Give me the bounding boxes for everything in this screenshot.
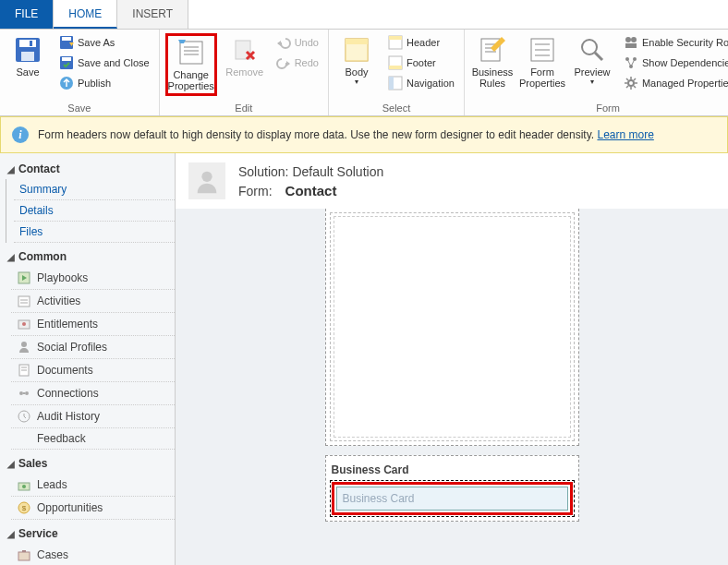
sidebar-header-service[interactable]: ◢Service bbox=[0, 523, 175, 544]
group-label-edit: Edit bbox=[165, 101, 322, 115]
publish-button[interactable]: Publish bbox=[55, 74, 153, 92]
body-icon bbox=[342, 35, 371, 65]
svg-rect-26 bbox=[389, 77, 394, 90]
managed-properties-button[interactable]: Managed Properties bbox=[620, 74, 728, 92]
sidebar-header-sales[interactable]: ◢Sales bbox=[0, 453, 175, 474]
form-section-business-card[interactable]: Business Card Business Card bbox=[325, 455, 579, 522]
main-area: ◢Contact Summary Details Files ◢Common P… bbox=[0, 153, 728, 565]
group-form: Business Rules Form Properties Preview ▾… bbox=[465, 30, 728, 115]
change-properties-button[interactable]: Change Properties bbox=[165, 33, 217, 96]
form-label: Form: bbox=[238, 184, 273, 198]
content: Solution: Default Solution Form:Contact … bbox=[176, 153, 728, 565]
learn-more-link[interactable]: Learn more bbox=[597, 128, 653, 141]
solution-header: Solution: Default Solution Form:Contact bbox=[176, 153, 728, 209]
sidebar-item-cases[interactable]: Cases bbox=[11, 544, 175, 565]
navigation-button[interactable]: Navigation bbox=[384, 74, 458, 92]
sidebar-header-contact[interactable]: ◢Contact bbox=[0, 159, 175, 179]
sidebar-item-files[interactable]: Files bbox=[14, 222, 175, 243]
header-button[interactable]: Header bbox=[384, 33, 458, 52]
svg-rect-19 bbox=[346, 39, 368, 44]
sidebar: ◢Contact Summary Details Files ◢Common P… bbox=[0, 153, 176, 565]
sidebar-item-connections[interactable]: Connections bbox=[11, 382, 175, 405]
business-card-field[interactable]: Business Card bbox=[336, 487, 568, 511]
group-edit: Change Properties Remove Undo Redo Edit bbox=[160, 30, 329, 115]
playbooks-icon bbox=[17, 270, 31, 285]
sidebar-header-common[interactable]: ◢Common bbox=[0, 246, 175, 267]
sidebar-item-entitlements[interactable]: Entitlements bbox=[11, 313, 175, 336]
caret-icon: ◢ bbox=[7, 164, 15, 174]
svg-line-34 bbox=[595, 53, 602, 60]
properties-icon bbox=[176, 38, 206, 67]
svg-rect-46 bbox=[18, 296, 30, 307]
sidebar-item-feedback[interactable]: Feedback bbox=[11, 428, 175, 450]
body-button[interactable]: Body ▾ bbox=[334, 33, 379, 88]
sidebar-item-social-profiles[interactable]: Social Profiles bbox=[11, 336, 175, 359]
solution-value: Default Solution bbox=[292, 164, 383, 179]
sidebar-item-leads[interactable]: Leads bbox=[11, 474, 175, 497]
sidebar-item-audit-history[interactable]: Audit History bbox=[11, 405, 175, 428]
svg-point-51 bbox=[21, 342, 27, 347]
svg-point-65 bbox=[201, 172, 212, 182]
sidebar-item-activities[interactable]: Activities bbox=[11, 290, 175, 313]
remove-icon bbox=[230, 35, 260, 65]
caret-icon: ◢ bbox=[7, 529, 15, 539]
save-close-icon bbox=[59, 55, 74, 70]
cases-icon bbox=[17, 547, 31, 562]
save-as-icon bbox=[59, 35, 74, 50]
svg-rect-1 bbox=[19, 40, 36, 47]
svg-marker-17 bbox=[286, 61, 290, 66]
svg-text:$: $ bbox=[22, 504, 27, 512]
group-save: Save Save As Save and Close Publish Save bbox=[0, 30, 160, 115]
documents-icon bbox=[17, 363, 31, 378]
form-designer[interactable]: Business Card Business Card bbox=[176, 209, 728, 565]
svg-rect-5 bbox=[62, 37, 71, 41]
activities-icon bbox=[17, 294, 31, 308]
sidebar-item-opportunities[interactable]: $Opportunities bbox=[11, 497, 175, 520]
form-properties-button[interactable]: Form Properties bbox=[520, 33, 564, 90]
svg-rect-63 bbox=[18, 552, 30, 560]
svg-rect-8 bbox=[62, 57, 71, 61]
preview-button[interactable]: Preview ▾ bbox=[570, 33, 614, 88]
enable-security-roles-button[interactable]: Enable Security Roles bbox=[620, 33, 728, 52]
group-label-form: Form bbox=[470, 101, 728, 115]
sidebar-item-documents[interactable]: Documents bbox=[11, 359, 175, 382]
info-icon: i bbox=[12, 126, 29, 143]
footer-button[interactable]: Footer bbox=[384, 54, 458, 72]
sidebar-section-sales: ◢Sales Leads $Opportunities bbox=[0, 453, 175, 520]
connections-icon bbox=[17, 386, 31, 401]
group-select: Body ▾ Header Footer Navigation Select bbox=[329, 30, 465, 115]
svg-rect-20 bbox=[346, 44, 368, 61]
form-section-empty[interactable] bbox=[325, 209, 579, 446]
save-button[interactable]: Save bbox=[6, 33, 50, 79]
tab-home[interactable]: HOME bbox=[54, 0, 117, 29]
navigation-icon bbox=[388, 76, 403, 90]
save-and-close-button[interactable]: Save and Close bbox=[55, 54, 153, 72]
preview-icon bbox=[577, 35, 607, 65]
undo-icon bbox=[276, 35, 291, 50]
svg-rect-37 bbox=[625, 43, 637, 48]
tab-file[interactable]: FILE bbox=[0, 0, 54, 29]
sidebar-section-service: ◢Service Cases bbox=[0, 523, 175, 565]
header-icon bbox=[388, 35, 403, 50]
svg-point-36 bbox=[631, 37, 637, 42]
form-properties-icon bbox=[528, 35, 557, 65]
chevron-down-icon: ▾ bbox=[355, 78, 358, 86]
business-rules-button[interactable]: Business Rules bbox=[470, 33, 515, 90]
caret-icon: ◢ bbox=[7, 252, 15, 262]
solution-label: Solution: bbox=[238, 164, 288, 179]
tab-insert[interactable]: INSERT bbox=[117, 0, 188, 29]
sidebar-section-contact: ◢Contact Summary Details Files bbox=[0, 159, 175, 243]
business-rules-icon bbox=[478, 35, 507, 65]
show-dependencies-button[interactable]: Show Dependencies bbox=[620, 54, 728, 72]
sidebar-item-details[interactable]: Details bbox=[14, 200, 175, 222]
svg-point-60 bbox=[22, 485, 26, 488]
info-text: Form headers now default to high density… bbox=[38, 128, 594, 141]
sidebar-item-playbooks[interactable]: Playbooks bbox=[11, 267, 175, 290]
sidebar-item-summary[interactable]: Summary bbox=[14, 179, 175, 200]
gear-icon bbox=[624, 76, 638, 90]
redo-icon bbox=[276, 55, 291, 70]
svg-point-50 bbox=[22, 322, 26, 326]
save-as-button[interactable]: Save As bbox=[55, 33, 153, 52]
svg-marker-16 bbox=[277, 41, 281, 46]
group-label-save: Save bbox=[6, 101, 153, 115]
